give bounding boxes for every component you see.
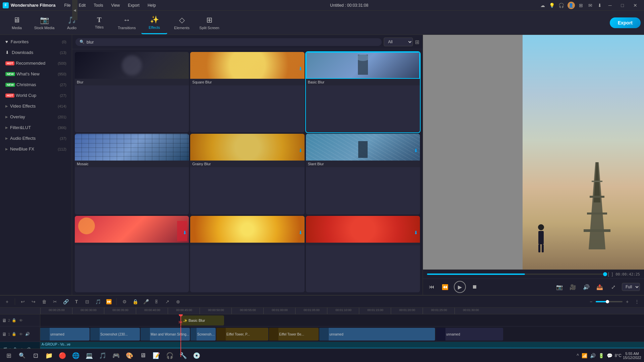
sidebar-item-favorites[interactable]: ♥ Favorites (0): [1, 37, 70, 47]
headphone-icon[interactable]: 🎧: [558, 2, 565, 9]
effect-square-blur[interactable]: ⬇ Square Blur: [190, 52, 304, 132]
sidebar-item-whatsnew[interactable]: NEW What's New (950): [1, 69, 70, 79]
clock[interactable]: 5:55 AM 15/12/2022: [623, 352, 641, 360]
zoom-in-button[interactable]: +: [624, 298, 631, 305]
tray-battery[interactable]: 🔋: [597, 353, 605, 358]
snap-button[interactable]: ⚙: [120, 297, 129, 306]
tray-msg[interactable]: 💬: [606, 353, 613, 358]
user-avatar[interactable]: 👤: [568, 2, 575, 9]
effect-blur[interactable]: Blur: [75, 52, 189, 132]
more-button[interactable]: ⋮: [633, 297, 641, 306]
minimize-button[interactable]: ─: [604, 0, 616, 11]
toolbar-titles[interactable]: T Titles: [86, 11, 113, 34]
sidebar-item-christmas[interactable]: NEW Christmas (27): [1, 79, 70, 90]
taskbar-search[interactable]: 🔍: [16, 350, 28, 362]
redo-button[interactable]: ↪: [29, 297, 38, 306]
share-button[interactable]: 📤: [595, 282, 604, 292]
sidebar-item-audioeffects[interactable]: ▶ Audio Effects (37): [1, 133, 70, 143]
search-input[interactable]: [87, 40, 378, 45]
lock-icon[interactable]: 🔒: [11, 318, 17, 323]
menu-view[interactable]: View: [108, 2, 123, 9]
close-button[interactable]: ✕: [629, 0, 641, 11]
link-button[interactable]: 🔗: [61, 297, 70, 306]
stop-button[interactable]: ⏹: [470, 282, 479, 292]
download-icon[interactable]: ⬇: [596, 2, 603, 9]
basic-blur-effect-clip[interactable]: ✨ Basic Blur: [180, 315, 224, 325]
taskbar-icon-7[interactable]: 📝: [150, 350, 162, 362]
sidebar-item-filterlut[interactable]: ▶ Filter&LUT (366): [1, 122, 70, 133]
toolbar-audio[interactable]: 🎵 Audio: [58, 11, 85, 34]
zoom-slider[interactable]: [596, 301, 623, 302]
toolbar-elements[interactable]: ◇ Elements: [168, 11, 195, 34]
menu-tools[interactable]: Tools: [90, 2, 106, 9]
effect-9[interactable]: ⬇: [306, 216, 420, 292]
taskbar-icon-3[interactable]: 🎵: [97, 350, 109, 362]
speaker-button[interactable]: 🔊: [582, 282, 591, 292]
effect-track-body[interactable]: ✨ Basic Blur ✂: [40, 314, 644, 326]
sidebar-item-downloads[interactable]: ⬇ Downloads (13): [1, 47, 70, 58]
delete-button[interactable]: 🗑: [40, 297, 49, 306]
taskbar-icon-6[interactable]: 🖥: [137, 350, 149, 362]
effect-grainy-blur[interactable]: ⬇ Grainy Blur: [190, 134, 304, 214]
settings-icon[interactable]: 💡: [549, 2, 555, 9]
eye-icon[interactable]: 👁: [18, 318, 23, 323]
seek-bar[interactable]: [427, 274, 605, 275]
camera-button[interactable]: 🎥: [568, 282, 578, 292]
clip-man-woman[interactable]: Man and Woman Sitting...: [141, 328, 190, 341]
taskbar-icon-8[interactable]: 🔧: [177, 350, 189, 362]
taskbar-spotify[interactable]: 🎧: [164, 350, 176, 362]
quality-select[interactable]: Full 1/2 1/4: [622, 283, 640, 291]
effect-7[interactable]: ⬇: [75, 216, 189, 292]
effect-basic-blur[interactable]: Basic Blur: [306, 52, 420, 132]
trim-button[interactable]: ⊟: [83, 297, 92, 306]
cloud-icon[interactable]: ☁: [539, 2, 546, 9]
view-toggle-icon[interactable]: ⊞: [415, 39, 419, 45]
taskbar-taskview[interactable]: ⊡: [30, 350, 42, 362]
toolbar-stock[interactable]: 📷 Stock Media: [31, 11, 58, 34]
volume-icon-v[interactable]: 🔊: [25, 331, 30, 337]
clip-screenshot-230[interactable]: Screenshot (230...: [90, 328, 140, 341]
toolbar-transitions[interactable]: ↔ Transitions: [113, 11, 140, 34]
start-button[interactable]: ⊞: [3, 350, 15, 362]
clip-eiffel-2[interactable]: Eiffel Tower Be...: [269, 328, 319, 341]
text-button[interactable]: T: [72, 297, 81, 306]
taskbar-icon-1[interactable]: 🔴: [56, 350, 68, 362]
speed-button[interactable]: ⏩: [104, 297, 113, 306]
equalizer-button[interactable]: 🎚: [152, 297, 161, 306]
export-button[interactable]: Export: [610, 17, 641, 28]
clip-unnamed-1[interactable]: unnamed: [40, 328, 90, 341]
toolbar-effects[interactable]: ✨ Effects: [141, 11, 168, 34]
lock-icon-v[interactable]: 🔒: [11, 331, 17, 337]
snapshot-button[interactable]: 📷: [555, 282, 564, 292]
maximize-button[interactable]: □: [617, 0, 628, 11]
add-track-button[interactable]: +: [3, 297, 11, 306]
tray-wifi[interactable]: 📶: [581, 353, 588, 358]
eye-icon-v[interactable]: 👁: [18, 331, 23, 337]
message-icon[interactable]: ✉: [587, 2, 594, 9]
clip-unnamed-2[interactable]: unnamed: [319, 328, 435, 341]
sidebar-item-recommended[interactable]: HOT Recommended (500): [1, 58, 70, 68]
menu-export[interactable]: Export: [124, 2, 143, 9]
sidebar-item-newbluefx[interactable]: ▶ NewBlue FX (112): [1, 144, 70, 154]
insert-button[interactable]: ⊕: [174, 297, 182, 306]
clip-eiffel-1[interactable]: Eiffel Tower, P...: [216, 328, 268, 341]
frame-back-button[interactable]: ⏪: [440, 282, 450, 292]
video-track-body[interactable]: unnamed Screenshot (230... Man and Woman…: [40, 326, 644, 342]
audio-button[interactable]: 🎵: [94, 297, 102, 306]
effect-mosaic[interactable]: Mosaic: [75, 134, 189, 214]
cut-button[interactable]: ✂: [51, 297, 59, 306]
toolbar-splitscreen[interactable]: ⊞ Split Screen: [196, 11, 223, 34]
sidebar-item-overlay[interactable]: ▶ Overlay (201): [1, 112, 70, 122]
taskbar-icon-2[interactable]: 💻: [83, 350, 95, 362]
magnet-button[interactable]: 🔒: [131, 297, 140, 306]
seek-thumb[interactable]: [603, 272, 607, 276]
sidebar-item-videoeffects[interactable]: ▶ Video Effects (414): [1, 101, 70, 111]
mic-button[interactable]: 🎤: [142, 297, 150, 306]
zoom-out-button[interactable]: −: [588, 298, 594, 305]
clip-screenshot-231[interactable]: Screenshot (231): [191, 328, 216, 341]
menu-help[interactable]: Help: [144, 2, 159, 9]
tray-icon-1[interactable]: ^: [576, 353, 580, 358]
taskbar-explorer[interactable]: 📁: [43, 350, 55, 362]
play-button[interactable]: ▶: [454, 281, 466, 293]
fullscreen-button[interactable]: ⤢: [608, 282, 618, 292]
